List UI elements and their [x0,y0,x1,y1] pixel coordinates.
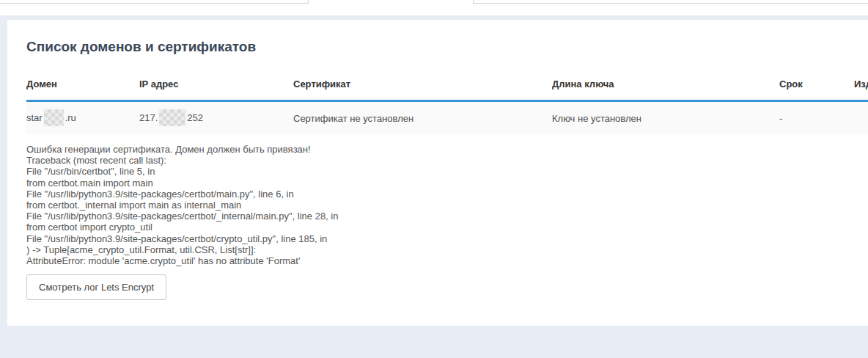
tab-bar [0,0,868,15]
error-line: Ошибка генерации сертификата. Домен долж… [26,144,868,155]
col-header-ip: IP адрес [139,71,293,101]
col-header-issuer: Издатель [854,71,868,101]
col-header-certificate: Сертификат [293,71,552,101]
col-header-term: Срок [779,71,854,101]
app-window: Список доменов и сертификатов Домен IP а… [0,0,868,358]
error-line: File "/usr/lib/python3.9/site-packages/c… [26,211,868,222]
error-line: from certbot.main import main [26,178,868,189]
ip-suffix: 252 [187,112,203,123]
cell-certificate: Сертификат не установлен [293,101,552,135]
cell-key-length: Ключ не установлен [552,101,779,135]
cell-domain: star.ru [26,101,139,135]
error-line: from certbot import crypto_util [26,222,868,233]
cell-term: - [779,101,854,135]
domain-suffix: .ru [65,112,76,123]
table-header-row: Домен IP адрес Сертификат Длина ключа Ср… [26,71,868,101]
redacted-ip-segment [159,109,185,126]
error-line: AttributeError: module 'acme.crypto_util… [26,255,868,266]
tab-next[interactable] [473,0,868,4]
tab-previous[interactable] [0,0,309,4]
error-line: File "/usr/lib/python3.9/site-packages/c… [26,233,868,244]
cell-ip: 217.252 [139,101,293,135]
error-line: File "/usr/bin/certbot", line 5, in [26,166,868,177]
col-header-domain: Домен [26,71,139,101]
redacted-domain-segment [44,109,64,126]
domains-table: Домен IP адрес Сертификат Длина ключа Ср… [26,71,868,134]
error-line: from certbot._internal import main as in… [26,200,868,211]
error-line: File "/usr/lib/python3.9/site-packages/c… [26,189,868,200]
domain-prefix: star [26,112,43,123]
error-line: Traceback (most recent call last): [26,155,868,166]
error-line: ) -> Tuple[acme_crypto_util.Format, util… [26,244,868,255]
view-letsencrypt-log-button[interactable]: Смотреть лог Lets Encrypt [26,274,166,300]
content-card: Список доменов и сертификатов Домен IP а… [7,20,868,326]
col-header-key-length: Длина ключа [552,71,779,101]
ip-prefix: 217. [139,112,158,123]
error-message-block: Ошибка генерации сертификата. Домен долж… [26,144,868,266]
page-title: Список доменов и сертификатов [26,39,868,55]
table-row[interactable]: star.ru 217.252 Сертификат не установлен… [26,101,868,135]
tab-active[interactable] [309,0,473,4]
cell-issuer [854,101,868,135]
